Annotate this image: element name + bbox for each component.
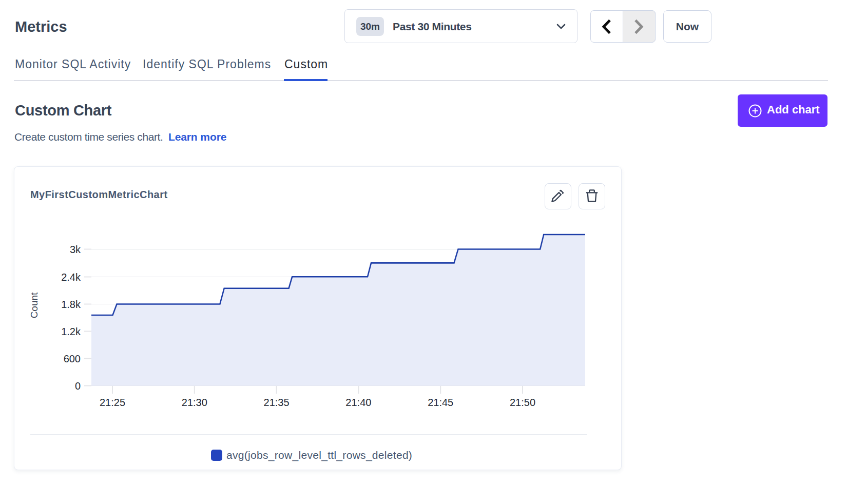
svg-text:21:45: 21:45 — [428, 397, 453, 408]
svg-text:21:50: 21:50 — [510, 397, 535, 408]
svg-text:21:35: 21:35 — [264, 397, 290, 408]
svg-text:3k: 3k — [70, 244, 81, 255]
svg-text:2.4k: 2.4k — [61, 272, 81, 283]
svg-text:21:25: 21:25 — [100, 397, 125, 408]
svg-text:0: 0 — [75, 380, 81, 392]
svg-text:600: 600 — [64, 353, 81, 364]
svg-text:21:30: 21:30 — [182, 397, 207, 408]
svg-text:1.2k: 1.2k — [61, 326, 81, 337]
svg-text:Count: Count — [29, 292, 40, 318]
svg-text:21:40: 21:40 — [345, 397, 371, 408]
svg-text:1.8k: 1.8k — [61, 299, 81, 310]
